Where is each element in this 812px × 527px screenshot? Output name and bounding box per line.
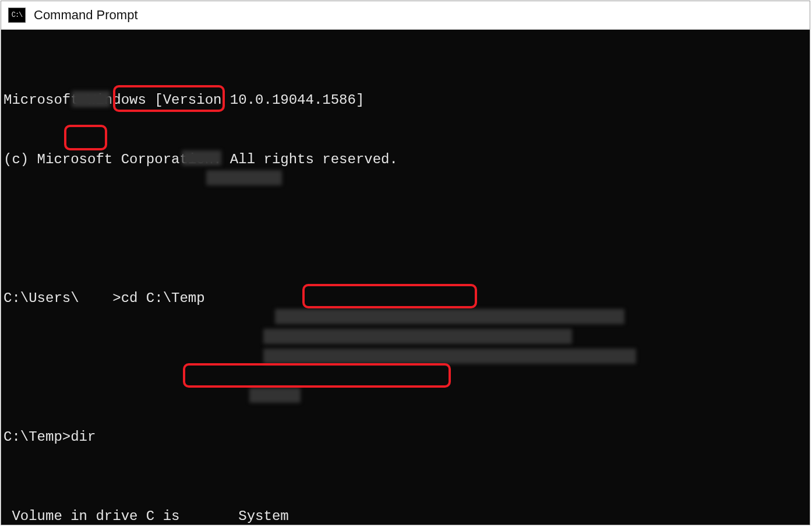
redact-row-4 <box>275 309 624 324</box>
command-cd: cd C:\Temp <box>121 290 205 306</box>
window-frame: C:\ Command Prompt Microsoft Windows [Ve… <box>1 1 810 525</box>
redact-serial <box>206 170 282 185</box>
volume-prefix: Volume in drive C is <box>3 508 188 524</box>
prompt2: C:\Temp> <box>3 429 70 445</box>
prompt-line-2: C:\Temp>dir <box>3 427 807 447</box>
titlebar[interactable]: C:\ Command Prompt <box>1 1 810 30</box>
prompt-line-1: C:\Users\ >cd C:\Temp <box>3 289 807 308</box>
redacted-volname <box>188 508 230 524</box>
redact-bytes <box>249 388 301 403</box>
prompt1-gt: > <box>112 290 121 306</box>
blank-line <box>3 209 807 229</box>
terminal-output[interactable]: Microsoft Windows [Version 10.0.19044.15… <box>1 30 810 525</box>
cmd-icon: C:\ <box>8 8 26 23</box>
redact-row-5 <box>263 329 572 344</box>
prompt1-prefix: C:\Users\ <box>3 290 79 306</box>
version-line: Microsoft Windows [Version 10.0.19044.15… <box>3 90 807 110</box>
volume-suffix: System <box>230 508 289 524</box>
redact-row-6 <box>263 349 636 364</box>
window-title: Command Prompt <box>34 8 138 23</box>
redacted-user <box>79 290 113 306</box>
volume-line: Volume in drive C is System <box>3 507 807 525</box>
copyright-line: (c) Microsoft Corporation. All rights re… <box>3 150 807 170</box>
highlight-dir-command <box>64 125 107 150</box>
redact-username <box>72 91 110 107</box>
command-dir: dir <box>70 429 96 445</box>
redact-volname <box>182 150 221 166</box>
